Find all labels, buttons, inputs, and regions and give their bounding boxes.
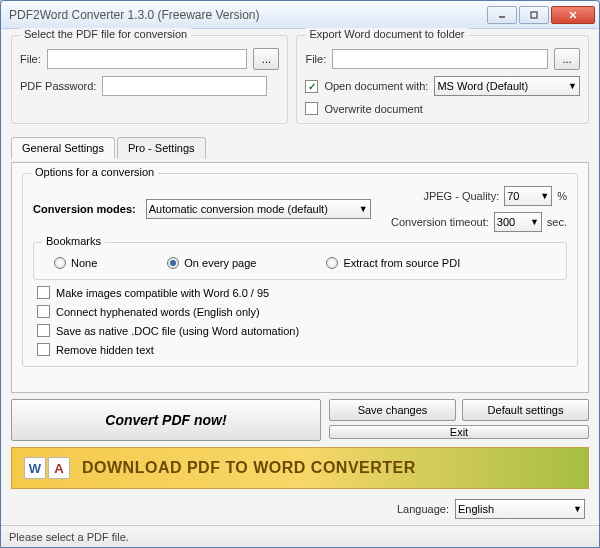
chevron-down-icon: ▼ — [568, 81, 577, 91]
export-file-label: File: — [305, 53, 326, 65]
native-checkbox-row[interactable]: Save as native .DOC file (using Word aut… — [37, 324, 563, 337]
window-controls — [485, 6, 595, 24]
compat-checkbox-row[interactable]: Make images compatible with Word 6.0 / 9… — [37, 286, 563, 299]
jpeg-unit: % — [557, 190, 567, 202]
pdf-file-input[interactable] — [47, 49, 248, 69]
overwrite-label: Overwrite document — [324, 103, 422, 115]
status-bar: Please select a PDF file. — [1, 525, 599, 547]
checkbox-icon — [37, 305, 50, 318]
pdf-browse-button[interactable]: ... — [253, 48, 279, 70]
tab-pro[interactable]: Pro - Settings — [117, 137, 206, 159]
bookmarks-every-radio[interactable]: On every page — [167, 257, 256, 269]
checkbox-icon — [37, 324, 50, 337]
checkbox-icon — [37, 343, 50, 356]
status-text: Please select a PDF file. — [9, 531, 129, 543]
open-with-checkbox[interactable] — [305, 80, 318, 93]
radio-icon — [326, 257, 338, 269]
chevron-down-icon: ▼ — [573, 504, 582, 514]
save-changes-button[interactable]: Save changes — [329, 399, 456, 421]
hyphen-checkbox-row[interactable]: Connect hyphenated words (English only) — [37, 305, 563, 318]
ellipsis-icon: ... — [562, 53, 571, 65]
select-pdf-title: Select the PDF file for conversion — [20, 28, 191, 40]
radio-icon — [167, 257, 179, 269]
conversion-options-group: Options for a conversion Conversion mode… — [22, 173, 578, 367]
chevron-down-icon: ▼ — [530, 217, 539, 227]
password-label: PDF Password: — [20, 80, 96, 92]
timeout-label: Conversion timeout: — [391, 216, 489, 228]
bookmarks-title: Bookmarks — [42, 235, 105, 247]
tabs: General Settings Pro - Settings — [11, 136, 589, 158]
conversion-options-title: Options for a conversion — [31, 166, 158, 178]
export-file-input[interactable] — [332, 49, 548, 69]
chevron-down-icon: ▼ — [359, 204, 368, 214]
export-browse-button[interactable]: ... — [554, 48, 580, 70]
checkbox-icon — [37, 286, 50, 299]
tab-general[interactable]: General Settings — [11, 137, 115, 159]
file-label: File: — [20, 53, 41, 65]
chevron-down-icon: ▼ — [540, 191, 549, 201]
download-banner[interactable]: W A DOWNLOAD PDF TO WORD CONVERTER — [11, 447, 589, 489]
overwrite-checkbox[interactable] — [305, 102, 318, 115]
exit-button[interactable]: Exit — [329, 425, 589, 439]
hidden-checkbox-row[interactable]: Remove hidden text — [37, 343, 563, 356]
conversion-mode-select[interactable]: Automatic conversion mode (default)▼ — [146, 199, 371, 219]
open-with-select[interactable]: MS Word (Default)▼ — [434, 76, 580, 96]
titlebar: PDF2Word Converter 1.3.0 (Freeware Versi… — [1, 1, 599, 29]
ellipsis-icon: ... — [262, 53, 271, 65]
close-button[interactable] — [551, 6, 595, 24]
pdf-password-input[interactable] — [102, 76, 267, 96]
export-group: Export Word document to folder File: ...… — [296, 35, 589, 124]
language-label: Language: — [397, 503, 449, 515]
svg-rect-1 — [531, 12, 537, 18]
window-title: PDF2Word Converter 1.3.0 (Freeware Versi… — [9, 8, 485, 22]
open-with-label: Open document with: — [324, 80, 428, 92]
bookmarks-none-radio[interactable]: None — [54, 257, 97, 269]
maximize-button[interactable] — [519, 6, 549, 24]
bookmarks-group: Bookmarks None On every page Extract fro… — [33, 242, 567, 280]
bookmarks-extract-radio[interactable]: Extract from source PDI — [326, 257, 460, 269]
convert-button[interactable]: Convert PDF now! — [11, 399, 321, 441]
app-window: PDF2Word Converter 1.3.0 (Freeware Versi… — [0, 0, 600, 548]
tab-panel: Options for a conversion Conversion mode… — [11, 162, 589, 393]
content-area: Select the PDF file for conversion File:… — [1, 29, 599, 525]
banner-icons: W A — [24, 457, 70, 479]
minimize-button[interactable] — [487, 6, 517, 24]
select-pdf-group: Select the PDF file for conversion File:… — [11, 35, 288, 124]
timeout-unit: sec. — [547, 216, 567, 228]
banner-text: DOWNLOAD PDF TO WORD CONVERTER — [82, 459, 416, 477]
jpeg-quality-select[interactable]: 70▼ — [504, 186, 552, 206]
word-icon: W — [24, 457, 46, 479]
timeout-select[interactable]: 300▼ — [494, 212, 542, 232]
default-settings-button[interactable]: Default settings — [462, 399, 589, 421]
language-select[interactable]: English▼ — [455, 499, 585, 519]
jpeg-quality-label: JPEG - Quality: — [423, 190, 499, 202]
conversion-modes-label: Conversion modes: — [33, 203, 136, 215]
radio-icon — [54, 257, 66, 269]
export-title: Export Word document to folder — [305, 28, 468, 40]
pdf-icon: A — [48, 457, 70, 479]
